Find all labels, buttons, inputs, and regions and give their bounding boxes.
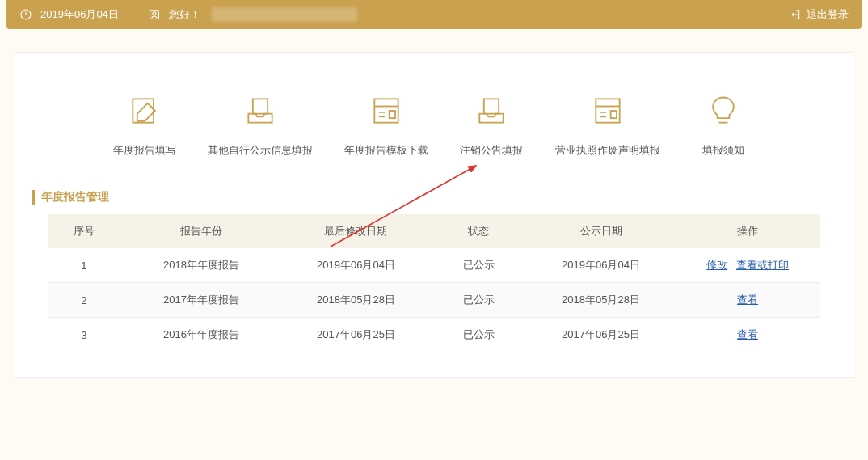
- cell-status: 已公示: [430, 283, 527, 318]
- nav-label: 填报须知: [702, 143, 744, 158]
- nav-label: 年度报告填写: [113, 143, 176, 158]
- nav-item-instructions[interactable]: 填报须知: [691, 93, 756, 158]
- cell-modified: 2018年05月28日: [282, 283, 430, 318]
- svg-rect-7: [484, 99, 499, 113]
- table-header-row: 序号 报告年份 最后修改日期 状态 公示日期 操作: [48, 214, 820, 248]
- cell-year: 2017年年度报告: [120, 283, 282, 318]
- tray-document-icon: [242, 93, 278, 129]
- cell-pubdate: 2017年06月25日: [527, 318, 675, 352]
- nav-icons: 年度报告填写 其他自行公示信息填报 年度报告模板下载 注销公告填报 营业执照作废: [32, 93, 836, 158]
- cell-pubdate: 2018年05月28日: [527, 283, 675, 318]
- cell-seq: 3: [48, 318, 120, 352]
- cell-status: 已公示: [430, 318, 527, 352]
- th-status: 状态: [430, 214, 527, 248]
- svg-rect-4: [253, 99, 268, 113]
- logout-button[interactable]: 退出登录: [789, 7, 849, 22]
- cell-actions: 查看: [675, 283, 820, 318]
- svg-rect-6: [389, 111, 394, 118]
- cell-seq: 2: [48, 283, 120, 318]
- main-panel: 年度报告填写 其他自行公示信息填报 年度报告模板下载 注销公告填报 营业执照作废: [15, 52, 853, 378]
- nav-label: 其他自行公示信息填报: [208, 143, 313, 158]
- svg-point-2: [153, 12, 156, 15]
- template-icon: [369, 93, 404, 129]
- nav-item-other-publicity[interactable]: 其他自行公示信息填报: [208, 93, 313, 158]
- table-body: 1 2018年年度报告 2019年06月04日 已公示 2019年06月04日 …: [48, 248, 820, 352]
- cell-year: 2016年年度报告: [120, 318, 282, 352]
- cell-actions: 查看: [675, 318, 820, 352]
- table-row: 3 2016年年度报告 2017年06月25日 已公示 2017年06月25日 …: [48, 318, 820, 352]
- nav-item-license-void[interactable]: 营业执照作废声明填报: [555, 93, 660, 158]
- lightbulb-icon: [706, 93, 741, 129]
- table-row: 2 2017年年度报告 2018年05月28日 已公示 2018年05月28日 …: [48, 283, 820, 318]
- cell-modified: 2019年06月04日: [282, 248, 430, 283]
- edit-document-icon: [127, 93, 162, 129]
- cell-actions: 修改 查看或打印: [675, 248, 820, 283]
- cell-modified: 2017年06月25日: [282, 318, 430, 352]
- cell-year: 2018年年度报告: [120, 248, 282, 283]
- logout-icon: [789, 8, 802, 21]
- th-pubdate: 公示日期: [527, 214, 675, 248]
- action-view-print[interactable]: 查看或打印: [736, 259, 789, 271]
- topbar-left: 2019年06月04日 您好！: [19, 7, 357, 22]
- nav-item-template-download[interactable]: 年度报告模板下载: [344, 93, 428, 158]
- table-row: 1 2018年年度报告 2019年06月04日 已公示 2019年06月04日 …: [48, 248, 820, 283]
- report-table: 序号 报告年份 最后修改日期 状态 公示日期 操作 1 2018年年度报告 20…: [48, 214, 820, 352]
- th-modified: 最后修改日期: [282, 214, 430, 248]
- topbar-date: 2019年06月04日: [40, 7, 119, 22]
- username-redacted: [212, 7, 357, 22]
- th-action: 操作: [675, 214, 820, 248]
- nav-label: 营业执照作废声明填报: [555, 143, 660, 158]
- topbar-greeting: 您好！: [169, 7, 200, 22]
- nav-item-annual-report-fill[interactable]: 年度报告填写: [112, 93, 177, 158]
- cell-status: 已公示: [430, 248, 527, 283]
- template-icon: [590, 93, 626, 129]
- clock-icon: [19, 8, 32, 21]
- user-card-icon: [148, 8, 161, 21]
- nav-label: 年度报告模板下载: [344, 143, 428, 158]
- tray-document-icon: [474, 93, 509, 129]
- th-year: 报告年份: [120, 214, 282, 248]
- action-modify[interactable]: 修改: [706, 259, 727, 271]
- nav-item-cancellation-announcement[interactable]: 注销公告填报: [459, 93, 524, 158]
- svg-rect-3: [133, 99, 154, 122]
- logout-label: 退出登录: [807, 7, 849, 22]
- action-view[interactable]: 查看: [737, 293, 758, 306]
- svg-rect-9: [610, 111, 616, 118]
- th-seq: 序号: [48, 214, 120, 248]
- section-title: 年度报告管理: [32, 190, 836, 205]
- nav-label: 注销公告填报: [460, 143, 523, 158]
- topbar: 2019年06月04日 您好！ 退出登录: [6, 0, 862, 29]
- cell-seq: 1: [48, 248, 120, 283]
- cell-pubdate: 2019年06月04日: [527, 248, 675, 283]
- action-view[interactable]: 查看: [737, 328, 758, 340]
